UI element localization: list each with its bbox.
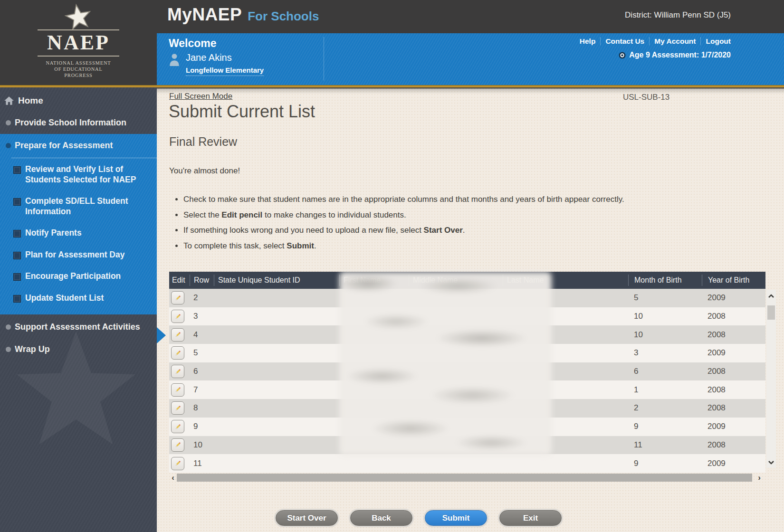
row-number: 11	[190, 459, 214, 468]
scroll-left-icon[interactable]: ‹	[169, 474, 177, 482]
submit-button[interactable]: Submit	[425, 510, 487, 526]
page-title: Submit Current List	[169, 102, 315, 122]
edit-row-button[interactable]	[171, 291, 184, 304]
header-link-contact-us[interactable]: Contact Us	[601, 37, 649, 46]
table-row: 712008	[169, 380, 765, 399]
column-header-state-unique-student-id: State Unique Student ID	[214, 275, 339, 286]
month-of-birth: 10	[628, 330, 702, 340]
scroll-down-icon[interactable]	[767, 458, 775, 466]
row-number: 7	[190, 385, 214, 395]
edit-row-button[interactable]	[171, 457, 184, 470]
subitem-square-icon	[13, 230, 21, 238]
edit-row-button[interactable]	[171, 438, 184, 452]
year-of-birth: 2009	[702, 459, 765, 468]
naep-watermark	[5, 315, 147, 472]
edit-cell	[169, 328, 190, 342]
logo-caption: NATIONAL ASSESSMENT OF EDUCATIONAL PROGR…	[0, 60, 157, 78]
year-of-birth: 2008	[702, 367, 765, 376]
column-header-middle-name: Middle Name	[409, 275, 503, 286]
edit-cell	[169, 310, 190, 323]
month-of-birth: 5	[628, 293, 702, 303]
vertical-scrollbar[interactable]	[766, 290, 776, 468]
user-name: Jane Akins	[186, 52, 232, 63]
instruction-bullet: Check to make sure that student names ar…	[183, 194, 659, 205]
prepare-children: Review and Verify List of Students Selec…	[0, 164, 153, 314]
edit-row-button[interactable]	[171, 346, 184, 360]
year-of-birth: 2008	[702, 330, 765, 340]
column-header-month-of-birth: Month of Birth	[628, 275, 702, 286]
sidebar-subitem-review-and-verify[interactable]: Review and Verify List of Students Selec…	[13, 164, 149, 185]
table-row: 10112008	[169, 436, 765, 455]
user-icon	[169, 53, 180, 66]
edit-row-button[interactable]	[171, 310, 184, 323]
full-screen-mode-link[interactable]: Full Screen Mode	[169, 92, 232, 101]
back-button[interactable]: Back	[350, 510, 412, 526]
horizontal-scrollbar[interactable]: ‹ ›	[169, 474, 763, 482]
active-section-arrow	[157, 327, 166, 343]
edit-row-button[interactable]	[171, 401, 184, 415]
month-of-birth: 11	[628, 440, 702, 450]
sidebar-subitem-update-student-list[interactable]: Update Student List	[13, 293, 149, 304]
instruction-list: Check to make sure that student names ar…	[174, 194, 659, 256]
student-table-header: EditRowState Unique Student IDFirst Name…	[169, 272, 765, 289]
column-header-last-name: Last Name	[503, 275, 628, 286]
vertical-scroll-thumb[interactable]	[767, 305, 775, 320]
sidebar-subitem-encourage-participation[interactable]: Encourage Participation	[13, 271, 149, 282]
horizontal-scroll-thumb[interactable]	[177, 474, 752, 482]
year-of-birth: 2008	[702, 440, 765, 450]
pencil-icon	[174, 331, 182, 338]
sidebar-item-label: Home	[18, 95, 43, 106]
target-icon	[619, 52, 626, 59]
pencil-icon	[174, 294, 182, 302]
month-of-birth: 9	[628, 422, 702, 431]
exit-button[interactable]: Exit	[499, 510, 562, 526]
action-buttons: Start Over Back Submit Exit	[276, 510, 562, 526]
edit-row-button[interactable]	[171, 383, 184, 397]
scroll-right-icon[interactable]: ›	[755, 474, 763, 482]
welcome-title: Welcome	[169, 37, 217, 50]
row-number: 9	[190, 422, 214, 431]
row-number: 3	[190, 312, 214, 321]
edit-row-button[interactable]	[171, 328, 184, 342]
subitem-square-icon	[13, 273, 21, 281]
sidebar-item-provide-school-information[interactable]: Provide School Information	[0, 117, 157, 128]
sidebar-subitem-notify-parents[interactable]: Notify Parents	[13, 228, 149, 238]
header-link-logout[interactable]: Logout	[701, 37, 731, 46]
student-table: EditRowState Unique Student IDFirst Name…	[169, 272, 765, 473]
edit-cell	[169, 457, 190, 470]
sidebar-item-home[interactable]: Home	[0, 95, 157, 106]
bullet-icon	[6, 143, 11, 148]
header-link-my-account[interactable]: My Account	[650, 37, 700, 46]
logo-acronym: NAEP	[0, 30, 157, 55]
pencil-icon	[174, 368, 182, 375]
scroll-up-icon[interactable]	[767, 293, 775, 300]
row-number: 5	[190, 348, 214, 358]
sidebar: Home Provide School Information Prepare …	[0, 87, 157, 532]
month-of-birth: 10	[628, 312, 702, 321]
assessment-label: Age 9 Assessment: 1/7/2020	[629, 51, 731, 59]
sidebar-item-prepare-for-assessment[interactable]: Prepare for Assessment	[0, 140, 157, 151]
intro-text: You're almost done!	[169, 166, 240, 176]
sidebar-subitem-label: Review and Verify List of Students Selec…	[25, 164, 149, 185]
section-divider	[11, 158, 157, 158]
table-row: 662008	[169, 362, 765, 381]
start-over-button[interactable]: Start Over	[276, 510, 338, 526]
row-number: 2	[190, 293, 214, 303]
sidebar-subitem-plan-for-assessment[interactable]: Plan for Assessment Day	[13, 250, 149, 260]
edit-row-button[interactable]	[171, 365, 184, 378]
row-number: 10	[190, 440, 214, 450]
instruction-bullet: Select the Edit pencil to make changes t…	[183, 209, 659, 221]
bullet-icon	[6, 120, 11, 125]
page-subtitle: Final Review	[169, 135, 237, 149]
header-link-help[interactable]: Help	[575, 37, 601, 46]
header-links: HelpContact UsMy AccountLogout	[575, 36, 731, 47]
sidebar-subitem-label: Plan for Assessment Day	[25, 250, 149, 260]
subitem-square-icon	[13, 295, 21, 303]
month-of-birth: 1	[628, 385, 702, 395]
row-number: 4	[190, 330, 214, 340]
edit-row-button[interactable]	[171, 420, 184, 433]
subitem-square-icon	[13, 166, 21, 174]
sidebar-subitem-complete-sd/ell-student[interactable]: Complete SD/ELL Student Information	[13, 196, 149, 217]
school-link[interactable]: Longfellow Elementary	[186, 66, 264, 76]
year-of-birth: 2009	[702, 348, 765, 358]
